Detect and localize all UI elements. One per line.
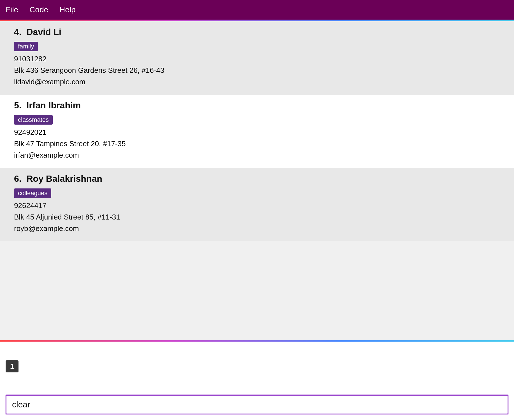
contact-phone: 91031282 <box>14 55 500 63</box>
contact-address: Blk 436 Serangoon Gardens Street 26, #16… <box>14 66 500 75</box>
menu-code[interactable]: Code <box>29 5 48 14</box>
contact-name: 6. Roy Balakrishnan <box>14 174 500 184</box>
menu-file[interactable]: File <box>6 5 18 14</box>
contact-email: lidavid@example.com <box>14 78 500 86</box>
command-input[interactable] <box>6 395 508 414</box>
contact-card[interactable]: 4. David Li family 91031282 Blk 436 Sera… <box>0 21 514 95</box>
menu-help[interactable]: Help <box>59 5 76 14</box>
input-container <box>0 395 514 414</box>
contact-tag: classmates <box>14 115 53 125</box>
contact-card[interactable]: 5. Irfan Ibrahim classmates 92492021 Blk… <box>0 95 514 168</box>
contact-tag: family <box>14 42 38 51</box>
line-number-badge: 1 <box>6 360 18 372</box>
bottom-panel: 1 <box>0 342 514 420</box>
contact-email: irfan@example.com <box>14 151 500 160</box>
contact-phone: 92624417 <box>14 201 500 210</box>
contact-name: 5. Irfan Ibrahim <box>14 100 500 111</box>
menu-bar: File Code Help <box>0 0 514 20</box>
contact-address: Blk 45 Aljunied Street 85, #11-31 <box>14 213 500 221</box>
contact-list[interactable]: 4. David Li family 91031282 Blk 436 Sera… <box>0 21 514 340</box>
contact-email: royb@example.com <box>14 224 500 233</box>
contact-name: 4. David Li <box>14 27 500 37</box>
main-content: 4. David Li family 91031282 Blk 436 Sera… <box>0 21 514 420</box>
contact-phone: 92492021 <box>14 128 500 137</box>
contact-card[interactable]: 6. Roy Balakrishnan colleagues 92624417 … <box>0 168 514 241</box>
contact-address: Blk 47 Tampines Street 20, #17-35 <box>14 139 500 148</box>
contact-tag: colleagues <box>14 188 51 198</box>
